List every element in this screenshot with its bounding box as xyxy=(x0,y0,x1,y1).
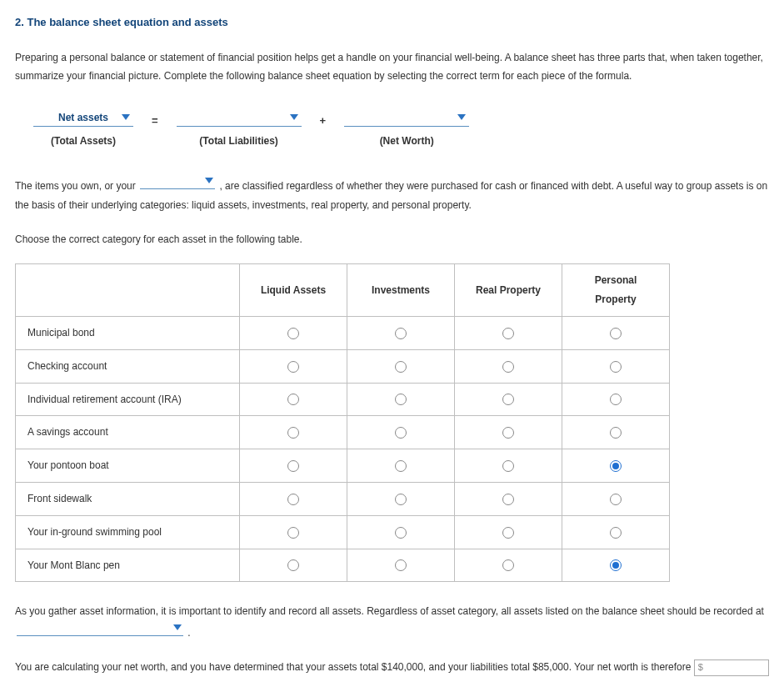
equation-term3-dropdown[interactable] xyxy=(344,109,469,127)
radio-option[interactable] xyxy=(287,427,299,439)
table-row: Individual retirement account (IRA) xyxy=(16,383,670,416)
assets-definition-paragraph: The items you own, or your , are classif… xyxy=(15,174,769,215)
table-header-col1: Investments xyxy=(347,264,455,317)
chevron-down-icon xyxy=(122,114,130,121)
asset-label: A savings account xyxy=(16,416,240,449)
table-row: A savings account xyxy=(16,416,670,449)
asset-label: Your in-ground swimming pool xyxy=(16,515,240,549)
radio-option[interactable] xyxy=(610,494,622,505)
record-value-dropdown[interactable] xyxy=(17,621,183,636)
assets-term-dropdown[interactable] xyxy=(140,174,215,189)
radio-option[interactable] xyxy=(502,494,514,505)
net-worth-paragraph: You are calculating your net worth, and … xyxy=(15,658,769,682)
radio-option[interactable] xyxy=(610,460,622,472)
asset-label: Individual retirement account (IRA) xyxy=(16,383,240,416)
radio-option[interactable] xyxy=(502,361,514,373)
table-row: Your pontoon boat xyxy=(16,449,670,483)
radio-option[interactable] xyxy=(287,527,299,539)
radio-option[interactable] xyxy=(395,494,407,505)
radio-option[interactable] xyxy=(502,427,514,439)
table-row: Front sidewalk xyxy=(16,483,670,516)
asset-label: Municipal bond xyxy=(16,317,240,350)
chevron-down-icon xyxy=(457,114,466,121)
chevron-down-icon xyxy=(173,624,182,631)
table-prompt: Choose the correct category for each ass… xyxy=(15,230,769,249)
radio-option[interactable] xyxy=(287,394,299,405)
equation-term1-label: (Total Assets) xyxy=(51,132,116,151)
intro-paragraph: Preparing a personal balance or statemen… xyxy=(15,48,769,87)
radio-option[interactable] xyxy=(395,361,407,373)
svg-marker-4 xyxy=(173,624,182,630)
radio-option[interactable] xyxy=(395,427,407,439)
equation-term1-dropdown[interactable]: Net assets xyxy=(33,109,133,127)
radio-option[interactable] xyxy=(610,361,622,373)
radio-option[interactable] xyxy=(502,328,514,339)
asset-label: Your pontoon boat xyxy=(16,449,240,483)
radio-option[interactable] xyxy=(395,394,407,405)
radio-option[interactable] xyxy=(287,460,299,472)
asset-label: Checking account xyxy=(16,349,240,383)
radio-option[interactable] xyxy=(287,494,299,505)
record-at-paragraph: As you gather asset information, it is i… xyxy=(15,602,769,643)
radio-option[interactable] xyxy=(287,361,299,373)
table-header-col3: Personal Property xyxy=(562,264,670,317)
radio-option[interactable] xyxy=(395,559,407,571)
svg-marker-1 xyxy=(290,114,298,120)
equation-term2-dropdown[interactable] xyxy=(177,109,302,127)
radio-option[interactable] xyxy=(610,559,622,571)
radio-option[interactable] xyxy=(395,460,407,472)
table-header-col0: Liquid Assets xyxy=(240,264,347,317)
svg-marker-3 xyxy=(205,178,213,183)
radio-option[interactable] xyxy=(287,559,299,571)
question-heading: 2. The balance sheet equation and assets xyxy=(15,13,769,33)
radio-option[interactable] xyxy=(610,328,622,339)
table-row: Your in-ground swimming pool xyxy=(16,515,670,549)
radio-option[interactable] xyxy=(287,328,299,339)
radio-option[interactable] xyxy=(502,394,514,405)
asset-label: Front sidewalk xyxy=(16,483,240,516)
table-header-blank xyxy=(16,264,240,317)
radio-option[interactable] xyxy=(502,527,514,539)
currency-prefix: $ xyxy=(698,659,703,676)
asset-label: Your Mont Blanc pen xyxy=(16,549,240,582)
net-worth-input[interactable]: $ xyxy=(694,659,769,676)
radio-option[interactable] xyxy=(502,460,514,472)
balance-equation: Net assets (Total Assets) = (Total Liabi… xyxy=(33,109,769,151)
radio-option[interactable] xyxy=(395,527,407,539)
chevron-down-icon xyxy=(290,114,298,121)
plus-sign: + xyxy=(317,111,330,132)
table-row: Municipal bond xyxy=(16,317,670,350)
equals-sign: = xyxy=(148,111,162,132)
equation-term2-label: (Total Liabilities) xyxy=(199,132,277,151)
equation-term1-value: Net assets xyxy=(58,108,108,128)
svg-marker-0 xyxy=(122,114,130,120)
radio-option[interactable] xyxy=(610,394,622,405)
equation-term3-label: (Net Worth) xyxy=(380,132,434,151)
radio-option[interactable] xyxy=(610,427,622,439)
radio-option[interactable] xyxy=(502,559,514,571)
radio-option[interactable] xyxy=(395,328,407,339)
table-row: Your Mont Blanc pen xyxy=(16,549,670,582)
radio-option[interactable] xyxy=(610,527,622,539)
chevron-down-icon xyxy=(205,178,213,184)
table-header-col2: Real Property xyxy=(455,264,562,317)
svg-marker-2 xyxy=(457,114,466,120)
table-row: Checking account xyxy=(16,349,670,383)
asset-category-table: Liquid Assets Investments Real Property … xyxy=(15,263,670,582)
